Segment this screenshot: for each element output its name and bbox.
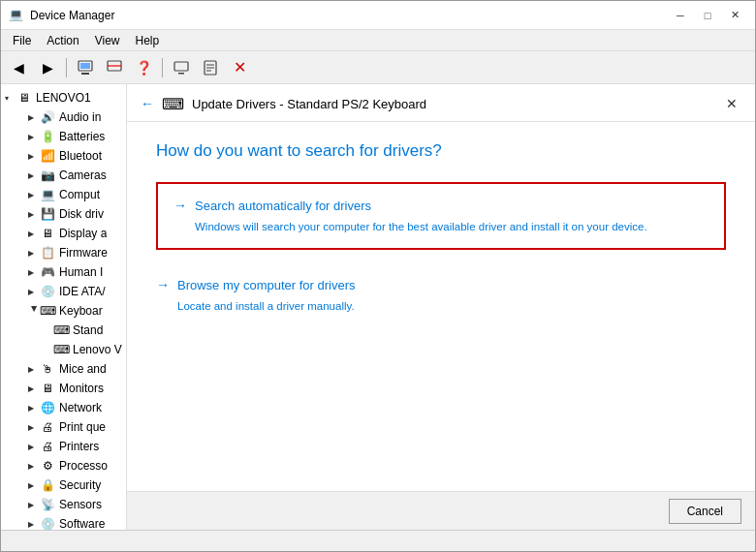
tree-sensors-label: Sensors: [59, 498, 102, 511]
tree-mice-icon: 🖱: [40, 361, 55, 377]
menu-file[interactable]: File: [5, 32, 39, 49]
svg-rect-2: [80, 63, 90, 69]
tree-item-bluetooth[interactable]: ▶ 📶 Bluetoot: [1, 146, 126, 166]
toolbar-sep-1: [66, 58, 67, 77]
tree-network-icon: 🌐: [40, 400, 55, 415]
option1-description: Windows will search your computer for th…: [173, 219, 709, 234]
tree-item-firmware[interactable]: ▶ 📋 Firmware: [1, 243, 126, 262]
tree-item-processors[interactable]: ▶ ⚙ Processo: [1, 456, 126, 475]
tree-firmware-arrow: ▶: [28, 249, 40, 258]
tree-firmware-icon: 📋: [40, 245, 55, 261]
tree-item-batteries[interactable]: ▶ 🔋 Batteries: [1, 127, 126, 146]
tree-item-display[interactable]: ▶ 🖥 Display a: [1, 224, 126, 243]
toolbar-device-by-type[interactable]: [197, 55, 224, 80]
tree-item-audio[interactable]: ▶ 🔊 Audio in: [1, 107, 126, 127]
tree-print-queue-icon: 🖨: [40, 419, 55, 435]
tree-mice-arrow: ▶: [28, 365, 40, 374]
tree-item-cameras[interactable]: ▶ 📷 Cameras: [1, 166, 126, 185]
tree-root-arrow: ▾: [5, 94, 16, 103]
title-bar: 💻 Device Manager ─ □ ✕: [1, 1, 755, 30]
tree-sensors-arrow: ▶: [28, 501, 40, 509]
toolbar-back[interactable]: ◀: [5, 55, 32, 80]
dialog-question: How do you want to search for drivers?: [156, 141, 726, 161]
tree-bluetooth-icon: 📶: [40, 148, 55, 164]
tree-print-queue-label: Print que: [59, 420, 106, 434]
dialog-back-arrow[interactable]: ←: [141, 96, 154, 111]
tree-root-label: LENOVO1: [36, 91, 91, 105]
tree-item-monitors[interactable]: ▶ 🖥 Monitors: [1, 379, 126, 398]
tree-item-disk[interactable]: ▶ 💾 Disk driv: [1, 204, 126, 224]
tree-audio-icon: 🔊: [40, 109, 55, 125]
tree-item-software[interactable]: ▶ 💿 Software: [1, 514, 126, 530]
toolbar-remove[interactable]: ✕: [226, 55, 253, 80]
tree-root[interactable]: ▾ 🖥 LENOVO1: [1, 88, 126, 107]
toolbar-sep-2: [162, 58, 163, 77]
tree-network-label: Network: [59, 401, 102, 414]
option2-title-row: → Browse my computer for drivers: [156, 277, 726, 292]
option1-title: Search automatically for drivers: [195, 199, 371, 213]
dialog-keyboard-icon: ⌨: [162, 95, 184, 113]
tree-lenovo-kb-icon: ⌨: [53, 342, 69, 357]
tree-item-ide[interactable]: ▶ 💿 IDE ATA/: [1, 282, 126, 301]
tree-item-print-queue[interactable]: ▶ 🖨 Print que: [1, 417, 126, 437]
dialog-title: Update Drivers - Standard PS/2 Keyboard: [192, 97, 426, 111]
tree-item-standard-kb[interactable]: ▶ ⌨ Stand: [1, 321, 126, 340]
menu-view[interactable]: View: [87, 32, 128, 49]
tree-item-mice[interactable]: ▶ 🖱 Mice and: [1, 359, 126, 379]
tree-item-printers[interactable]: ▶ 🖨 Printers: [1, 437, 126, 456]
tree-root-icon: 🖥: [16, 90, 32, 106]
toolbar-display[interactable]: [168, 55, 195, 80]
title-bar-left: 💻 Device Manager: [9, 8, 114, 23]
menu-help[interactable]: Help: [128, 32, 168, 49]
tree-disk-icon: 💾: [40, 206, 55, 222]
tree-monitors-icon: 🖥: [40, 381, 55, 396]
tree-ide-arrow: ▶: [28, 288, 40, 296]
status-bar: [1, 530, 755, 551]
tree-software-label: Software: [59, 517, 105, 530]
option-search-automatically[interactable]: → Search automatically for drivers Windo…: [156, 182, 726, 250]
option2-description: Locate and install a driver manually.: [156, 298, 726, 314]
tree-item-network[interactable]: ▶ 🌐 Network: [1, 398, 126, 417]
tree-ide-icon: 💿: [40, 284, 55, 299]
tree-processors-arrow: ▶: [28, 462, 40, 471]
option1-title-row: → Search automatically for drivers: [173, 198, 709, 213]
tree-network-arrow: ▶: [28, 404, 40, 413]
tree-display-arrow: ▶: [28, 230, 40, 238]
tree-item-sensors[interactable]: ▶ 📡 Sensors: [1, 495, 126, 514]
toolbar-forward[interactable]: ▶: [34, 55, 61, 80]
tree-firmware-label: Firmware: [59, 246, 108, 260]
toolbar-scan[interactable]: [101, 55, 128, 80]
dialog-bottom-bar: Cancel: [127, 491, 755, 530]
window-title: Device Manager: [30, 9, 114, 22]
toolbar-help[interactable]: ❓: [130, 55, 157, 80]
tree-computer-arrow: ▶: [28, 191, 40, 199]
tree-audio-label: Audio in: [59, 110, 101, 124]
menu-action[interactable]: Action: [39, 32, 86, 49]
dialog-header-left: ← ⌨ Update Drivers - Standard PS/2 Keybo…: [141, 95, 426, 113]
option-browse-manually[interactable]: → Browse my computer for drivers Locate …: [156, 267, 726, 323]
tree-item-computer[interactable]: ▶ 💻 Comput: [1, 185, 126, 204]
tree-security-label: Security: [59, 478, 101, 492]
svg-rect-1: [81, 73, 89, 75]
dialog-body: How do you want to search for drivers? →…: [127, 122, 755, 491]
toolbar-properties[interactable]: [72, 55, 99, 80]
tree-item-keyboards[interactable]: ▶ ⌨ Keyboar: [1, 301, 126, 321]
app-icon: 💻: [9, 8, 24, 23]
cancel-button[interactable]: Cancel: [669, 499, 741, 524]
tree-hid-icon: 🎮: [40, 264, 55, 280]
tree-monitors-arrow: ▶: [28, 384, 40, 393]
tree-printers-icon: 🖨: [40, 439, 55, 454]
tree-hid-label: Human I: [59, 265, 103, 279]
tree-display-label: Display a: [59, 227, 107, 240]
update-drivers-panel: ← ⌨ Update Drivers - Standard PS/2 Keybo…: [127, 84, 755, 530]
tree-computer-label: Comput: [59, 188, 100, 201]
tree-item-hid[interactable]: ▶ 🎮 Human I: [1, 262, 126, 282]
close-button[interactable]: ✕: [722, 6, 747, 25]
dialog-close-button[interactable]: ✕: [722, 94, 741, 113]
tree-item-lenovo-kb[interactable]: ▶ ⌨ Lenovo V: [1, 340, 126, 359]
maximize-button[interactable]: □: [695, 6, 720, 25]
tree-security-icon: 🔒: [40, 477, 55, 493]
tree-keyboards-icon: ⌨: [40, 303, 55, 319]
tree-item-security[interactable]: ▶ 🔒 Security: [1, 475, 126, 495]
minimize-button[interactable]: ─: [668, 6, 693, 25]
